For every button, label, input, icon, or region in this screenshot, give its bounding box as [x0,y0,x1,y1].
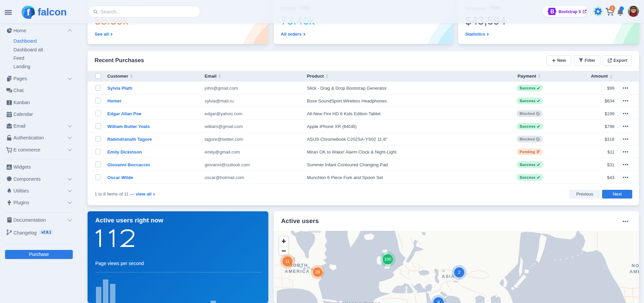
svg-text:AMERICA: AMERICA [285,269,310,274]
svg-text:AME: AME [630,269,639,274]
svg-text:B: B [550,8,554,14]
svg-text:NO: NO [632,263,639,268]
svg-text:Atlantic Ocean: Atlantic Ocean [341,300,381,303]
svg-text:ASIA: ASIA [442,274,455,279]
svg-text:f: f [27,7,30,17]
